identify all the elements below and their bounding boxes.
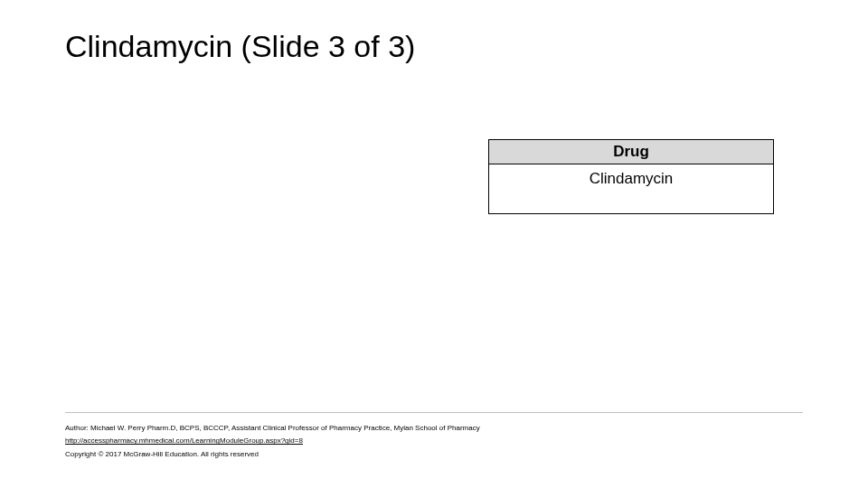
table-header-row: Drug [489,140,774,164]
footer-author: Author: Michael W. Perry Pharm.D, BCPS, … [65,422,803,435]
drug-table: Drug Clindamycin [488,139,774,214]
footer-divider [65,412,803,413]
table-header-drug: Drug [489,140,774,164]
footer: Author: Michael W. Perry Pharm.D, BCPS, … [65,412,803,461]
footer-copyright: Copyright © 2017 McGraw-Hill Education. … [65,448,803,461]
table-cell-drug: Clindamycin [489,164,774,214]
table-row: Clindamycin [489,164,774,214]
slide-title: Clindamycin (Slide 3 of 3) [65,29,415,64]
slide: Clindamycin (Slide 3 of 3) Drug Clindamy… [0,0,868,488]
footer-link[interactable]: http://accesspharmacy.mhmedical.com/Lear… [65,435,803,447]
